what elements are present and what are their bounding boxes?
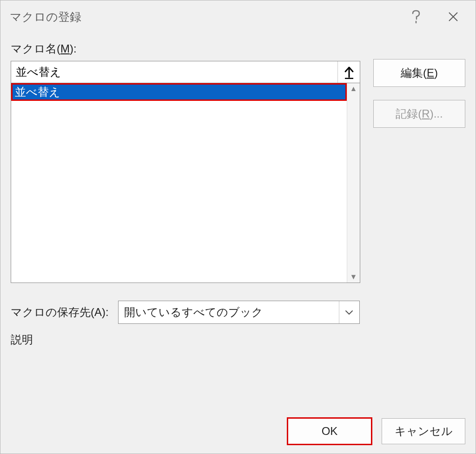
dialog-footer: OK キャンセル [11,404,465,444]
macro-list-wrap: 並べ替え ▲ ▼ [11,83,360,283]
edit-button[interactable]: 編集(E) [373,59,465,87]
save-in-combobox[interactable]: 開いているすべてのブック [118,301,360,324]
scroll-down-icon: ▼ [350,273,357,281]
record-button[interactable]: 記録(R)... [373,100,465,128]
macro-name-input[interactable] [11,61,337,83]
macro-name-label: マクロ名(M): [11,41,360,56]
macro-listbox[interactable]: 並べ替え [11,83,347,283]
dialog-title: マクロの登録 [10,9,397,25]
arrow-up-icon [344,65,354,79]
save-in-label: マクロの保存先(A): [11,305,109,320]
list-item[interactable]: 並べ替え [11,83,347,101]
titlebar: マクロの登録 [0,0,476,33]
description-label: 説明 [11,332,465,347]
chevron-down-icon [339,301,359,323]
run-macro-button[interactable] [337,61,360,83]
macro-assign-dialog: マクロの登録 マクロ名(M): [0,0,476,454]
listbox-scrollbar[interactable]: ▲ ▼ [347,83,360,283]
ok-button[interactable]: OK [288,418,371,444]
macro-name-row [11,61,360,83]
cancel-button[interactable]: キャンセル [382,418,465,444]
close-button[interactable] [435,5,472,28]
help-button[interactable] [397,5,435,28]
scroll-up-icon: ▲ [350,85,357,92]
save-in-value: 開いているすべてのブック [119,305,339,320]
